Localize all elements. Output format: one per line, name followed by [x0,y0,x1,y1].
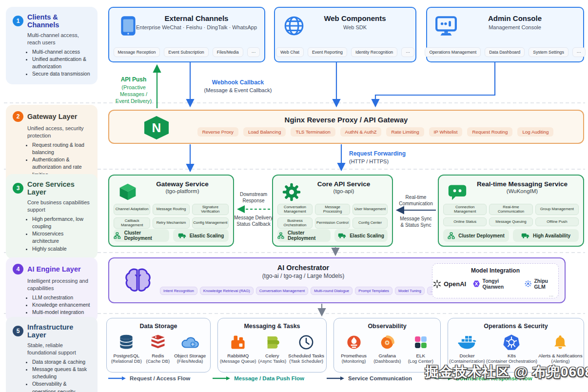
service-badges: Cluster Deployment Elastic Scaling [277,229,388,242]
redis-icon [146,333,170,352]
chip: Real-time Communication [489,204,532,215]
layer-title: Core Services Layer [27,180,91,196]
chip: Event Subscription [164,47,208,57]
realtime-messaging-service-box: Real-time Messaging Service (WuKongIM) C… [438,175,584,247]
infra-items: Docker (Containerization) K8s (Container… [448,333,584,364]
elk-icon [408,333,433,352]
model-zhipu-glm: Zhipu GLM [524,278,558,290]
layer-bullet: LLM orchestration [32,294,91,301]
chip: Operations Management [425,47,481,57]
chip: Intent Recognition [160,287,197,295]
chip: Permission Control [315,217,350,229]
cluster-icon [277,232,284,239]
clock-icon [288,333,324,352]
layer-bullet: Knowledge enhancement [32,301,91,309]
nginx-title: Nginx Reverse Proxy / API Gateway [109,116,583,124]
high-availability-badge: High Availability [513,229,579,242]
chip: Message Processing [315,204,350,215]
grafana-icon [373,333,401,352]
layer-bullet: Observability & operations security [32,380,91,392]
cube-icon [118,182,137,202]
layer-title: Gateway Layer [27,113,77,120]
openai-logo-icon [432,279,442,289]
layer-card-clients-channels: 1 Clients & Channels Multi-channel acces… [6,7,98,84]
model-more: ... [549,292,553,297]
chip: Config Center [353,217,388,229]
chip: Load Balancing [243,127,286,137]
chat-icon [448,182,467,202]
chip: Identity Recognition [351,47,397,57]
data-storage-box: Data Storage PostgreSQL (Relational DB) … [106,318,211,372]
tongyi-qianwen-logo-icon [472,279,480,288]
infra-item-elk: ELK (Log Center) [408,333,433,364]
message-delivery-status-label: Message Delivery Status Callback [233,215,274,227]
celery-icon [258,333,286,352]
more-chip: ··· [572,47,586,57]
solid-navy-arrow-icon [327,376,344,381]
infra-item-k8s: K8s (Container Orchestration) [486,333,537,364]
observability-box: Observability Prometheus (Monitoring) Gr… [333,318,441,372]
infra-item-celery: Celery (Async Tasks) [258,333,286,364]
chip: Online Status [443,217,487,226]
chip: Message Reception [114,47,160,57]
api-push-label: API Push (Proactive Messages / Event Del… [111,76,156,104]
chip: Files/Media [213,47,243,57]
legend-service-communication: Service Communication [327,375,412,381]
chip: Message Queuing [489,217,532,226]
chip: IP Whitelist [429,127,463,137]
layer-card-infrastructure: 5 Infrastructure Layer Stable, reliable … [6,317,98,392]
layer-subtitle: Stable, reliable foundational support [27,342,91,356]
chip: Log Auditing [517,127,553,137]
chip: Group Management [535,204,579,215]
chip-row: Operations Management Data Dashboard Sys… [431,47,579,57]
architecture-diagram: 1 Clients & Channels Multi-channel acces… [0,0,588,392]
cluster-deployment-badge: Cluster Deployment [114,229,169,242]
chip-row: Message Reception Event Subscription Fil… [113,47,260,57]
web-components-box: Web Components Web SDK Web Chat Event Re… [274,7,416,62]
layer-bullet: Highly scalable [32,245,91,253]
infra-item-object-storage: Object Storage (Files/Media) [174,333,206,364]
layer-bullet: Request routing & load balancing [32,141,91,156]
globe-icon [283,15,305,37]
infra-item-postgresql: PostgreSQL (Relational DB) [111,333,142,364]
core-api-service-box: Core API Service (tgo-api) Conversation … [272,175,393,247]
cluster-deployment-badge: Cluster Deployment [443,229,509,242]
infra-item-grafana: Grafana (Dashboards) [373,333,401,364]
brain-icon [124,266,152,294]
chip: Connection Management [443,204,487,215]
postgresql-database-icon [111,333,142,352]
monitor-icon [435,15,457,37]
chip: Message Routing [153,204,189,215]
legend-request-access-flow: Request / Access Flow [108,375,190,381]
chip: Channel Adaptation [114,204,150,215]
gateway-service-box: Gateway Service (tgo-platform) Channel A… [108,175,234,247]
message-sync-label: Message Sync & Status Sync [394,216,438,228]
layer-bullet: Secure data transmission [32,70,91,78]
infra-title: Observability [334,323,440,330]
admin-console-box: Admin Console Management Console Operati… [426,7,584,62]
layer-bullet: Message queues & task scheduling [32,366,91,380]
model-integration-title: Model Integration [432,267,558,274]
chip: Signature Verification [192,204,229,215]
layer-title: AI Engine Layer [27,265,81,273]
ai-subtitle: (tgo-ai / tgo-rag / Large Models) [201,273,406,279]
layer-card-ai-engine: 4 AI Engine Layer Intelligent processing… [6,257,98,322]
layer-title: Infrastructure Layer [27,323,91,339]
chip: Event Reporting [308,47,347,57]
service-badges: Cluster Deployment High Availability [443,229,579,242]
layer-subtitle: Unified access, security protection [27,125,91,139]
cluster-deployment-badge: Cluster Deployment [277,229,331,242]
more-chip: ··· [247,47,260,57]
truck-icon [338,233,346,239]
infra-items: RabbitMQ (Message Queue) Celery (Async T… [218,333,326,364]
infra-item-redis: Redis (Cache DB) [146,333,170,364]
gear-icon [282,182,301,202]
cluster-icon [448,232,455,239]
model-list: OpenAI Tongyi Qianwen Zhipu GLM [432,278,558,290]
layer-number-badge: 1 [13,16,23,26]
chip: Offline Push [535,217,579,226]
layer-bullet: Multi-channel access [32,48,91,56]
truck-icon [178,233,186,239]
chip: Config Management [192,217,229,229]
docker-icon [449,333,485,352]
